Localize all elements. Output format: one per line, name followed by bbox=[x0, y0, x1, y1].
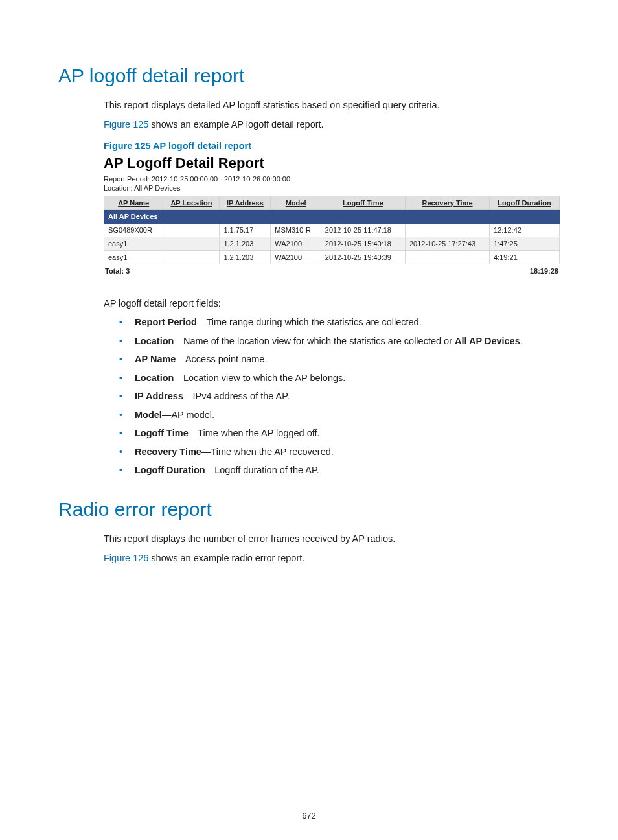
cell-model: MSM310-R bbox=[271, 224, 321, 237]
figure-reference-tail: shows an example AP logoff detail report… bbox=[148, 119, 323, 130]
cell-ip: 1.2.1.203 bbox=[220, 237, 271, 251]
cell-dur: 1:47:25 bbox=[490, 237, 560, 251]
table-row: easy1 1.2.1.203 WA2100 2012-10-25 19:40:… bbox=[104, 251, 560, 264]
cell-logoff: 2012-10-25 11:47:18 bbox=[321, 224, 405, 237]
cell-logoff: 2012-10-25 19:40:39 bbox=[321, 251, 405, 264]
col-model: Model bbox=[271, 196, 321, 210]
cell-recov bbox=[405, 251, 489, 264]
totals-row: Total: 3 18:19:28 bbox=[104, 264, 560, 275]
cell-ip: 1.2.1.203 bbox=[220, 251, 271, 264]
report-title: AP Logoff Detail Report bbox=[104, 155, 560, 172]
fields-intro: AP logoff detail report fields: bbox=[104, 298, 560, 309]
col-logoff-time: Logoff Time bbox=[321, 196, 405, 210]
total-duration: 18:19:28 bbox=[530, 267, 558, 275]
cell-ap-name: easy1 bbox=[104, 251, 163, 264]
figure-reference-tail-2: shows an example radio error report. bbox=[148, 553, 304, 563]
list-item: Location—Name of the location view for w… bbox=[119, 334, 560, 348]
cell-ap-location bbox=[163, 224, 220, 237]
cell-ap-location bbox=[163, 237, 220, 251]
cell-ap-name: SG0489X00R bbox=[104, 224, 163, 237]
cell-logoff: 2012-10-25 15:40:18 bbox=[321, 237, 405, 251]
intro-paragraph: This report displays detailed AP logoff … bbox=[104, 99, 560, 111]
list-item: AP Name—Access point name. bbox=[119, 352, 560, 366]
col-ip-address: IP Address bbox=[220, 196, 271, 210]
list-item: Model—AP model. bbox=[119, 408, 560, 422]
section-title-radio-error: Radio error report bbox=[58, 498, 560, 520]
figure-125-link[interactable]: Figure 125 bbox=[104, 119, 148, 130]
list-item: Report Period—Time range during which th… bbox=[119, 315, 560, 329]
col-logoff-duration: Logoff Duration bbox=[490, 196, 560, 210]
cell-model: WA2100 bbox=[271, 251, 321, 264]
list-item: Recovery Time—Time when the AP recovered… bbox=[119, 445, 560, 459]
radio-intro-paragraph: This report displays the number of error… bbox=[104, 532, 560, 545]
report-location: Location: All AP Devices bbox=[104, 183, 560, 193]
col-recovery-time: Recovery Time bbox=[405, 196, 489, 210]
table-row: easy1 1.2.1.203 WA2100 2012-10-25 15:40:… bbox=[104, 237, 560, 251]
figure-caption: Figure 125 AP logoff detail report bbox=[104, 141, 560, 151]
cell-model: WA2100 bbox=[271, 237, 321, 251]
fields-list: Report Period—Time range during which th… bbox=[104, 315, 560, 477]
table-header-row: AP Name AP Location IP Address Model Log… bbox=[104, 196, 560, 210]
report-period: Report Period: 2012-10-25 00:00:00 - 201… bbox=[104, 174, 560, 184]
logoff-report-table: AP Name AP Location IP Address Model Log… bbox=[104, 196, 560, 264]
total-count: Total: 3 bbox=[105, 267, 130, 275]
table-row: SG0489X00R 1.1.75.17 MSM310-R 2012-10-25… bbox=[104, 224, 560, 237]
page-number: 672 bbox=[0, 811, 618, 821]
list-item: IP Address—IPv4 address of the AP. bbox=[119, 389, 560, 403]
figure-reference-line: Figure 125 shows an example AP logoff de… bbox=[104, 118, 560, 131]
cell-dur: 12:12:42 bbox=[490, 224, 560, 237]
group-label: All AP Devices bbox=[104, 210, 560, 224]
figure-reference-line-2: Figure 126 shows an example radio error … bbox=[104, 552, 560, 565]
cell-ap-name: easy1 bbox=[104, 237, 163, 251]
list-item: Logoff Duration—Logoff duration of the A… bbox=[119, 463, 560, 477]
cell-ap-location bbox=[163, 251, 220, 264]
list-item: Location—Location view to which the AP b… bbox=[119, 371, 560, 385]
col-ap-name: AP Name bbox=[104, 196, 163, 210]
figure-126-link[interactable]: Figure 126 bbox=[104, 553, 148, 563]
cell-ip: 1.1.75.17 bbox=[220, 224, 271, 237]
cell-recov: 2012-10-25 17:27:43 bbox=[405, 237, 489, 251]
col-ap-location: AP Location bbox=[163, 196, 220, 210]
group-row: All AP Devices bbox=[104, 210, 560, 224]
cell-recov bbox=[405, 224, 489, 237]
list-item: Logoff Time—Time when the AP logged off. bbox=[119, 426, 560, 440]
section-title-ap-logoff: AP logoff detail report bbox=[58, 65, 560, 87]
cell-dur: 4:19:21 bbox=[490, 251, 560, 264]
